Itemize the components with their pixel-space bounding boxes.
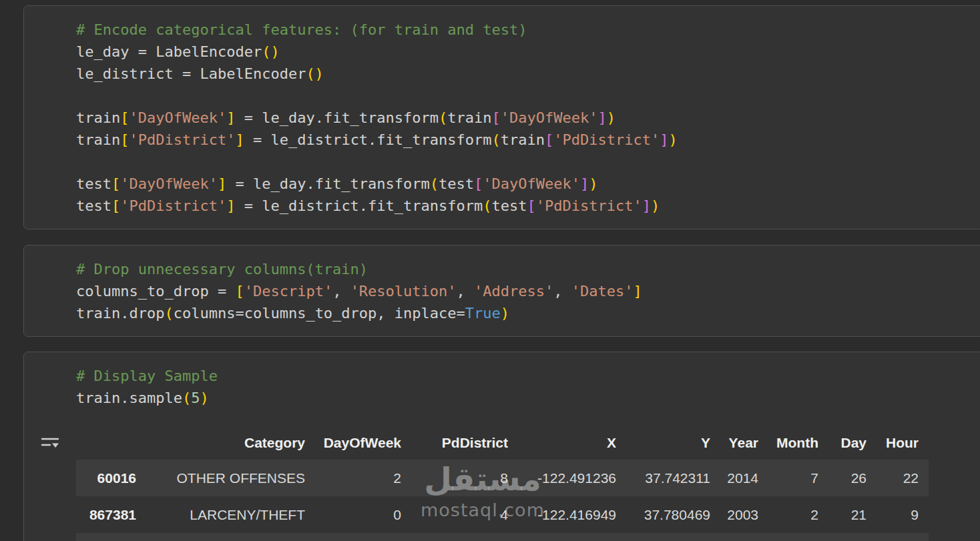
column-header: PdDistrict	[401, 426, 508, 460]
code-line	[76, 85, 980, 107]
code-line: le_day = LabelEncoder()	[76, 41, 980, 63]
table-row: 867381LARCENY/THEFT04-122.41694937.78046…	[76, 496, 929, 533]
output-expand-icon[interactable]	[39, 433, 61, 456]
table-row: 60016OTHER OFFENSES28-122.49123637.74231…	[76, 460, 929, 496]
code-cell-3: # Display Sampletrain.sample(5) Category…	[23, 352, 980, 541]
column-header: Hour	[867, 426, 929, 460]
table-cell: 2014	[710, 460, 758, 496]
table-cell: 21	[818, 496, 867, 533]
code-line: # Encode categorical features: (for trai…	[76, 19, 980, 41]
table-cell: 26	[818, 460, 867, 496]
row-index: 867381	[76, 496, 136, 533]
code-line	[76, 151, 980, 173]
code-editor-2[interactable]: # Drop unnecessary columns(train)columns…	[76, 258, 980, 324]
dataframe-table: CategoryDayOfWeekPdDistrictXYYearMonthDa…	[76, 426, 929, 541]
code-line: train.sample(5)	[76, 387, 980, 409]
code-cell-1: # Encode categorical features: (for trai…	[23, 5, 980, 229]
code-line: # Drop unnecessary columns(train)	[76, 258, 980, 280]
code-line: columns_to_drop = ['Descript', 'Resoluti…	[76, 280, 980, 302]
dataframe-output: CategoryDayOfWeekPdDistrictXYYearMonthDa…	[76, 426, 929, 541]
table-cell: 8	[401, 460, 508, 496]
code-line: train.drop(columns=columns_to_drop, inpl…	[76, 302, 980, 324]
table-cell: 37.742311	[616, 460, 710, 496]
table-cell: OTHER OFFENSES	[136, 460, 305, 496]
code-line: test['PdDistrict'] = le_district.fit_tra…	[76, 195, 980, 217]
column-header: Category	[136, 426, 305, 460]
table-cell: 2	[758, 496, 818, 533]
column-header: DayOfWeek	[305, 426, 401, 460]
table-cell: 7	[758, 460, 818, 496]
column-header: X	[508, 426, 616, 460]
table-row-partial	[76, 533, 929, 541]
code-editor-3[interactable]: # Display Sampletrain.sample(5)	[76, 365, 980, 409]
code-line: test['DayOfWeek'] = le_day.fit_transform…	[76, 173, 980, 195]
notebook-page: # Encode categorical features: (for trai…	[0, 5, 980, 541]
table-cell: 2	[305, 460, 401, 496]
table-cell: 0	[305, 496, 401, 533]
code-line: le_district = LabelEncoder()	[76, 63, 980, 85]
table-cell: -122.491236	[508, 460, 616, 496]
row-index: 60016	[76, 460, 136, 496]
code-editor-1[interactable]: # Encode categorical features: (for trai…	[76, 19, 980, 217]
column-header	[76, 426, 136, 460]
table-cell: 9	[867, 496, 929, 533]
column-header: Month	[758, 426, 818, 460]
column-header: Year	[710, 426, 758, 460]
code-cell-2: # Drop unnecessary columns(train)columns…	[23, 245, 980, 337]
output-area: CategoryDayOfWeekPdDistrictXYYearMonthDa…	[24, 426, 980, 541]
column-header: Day	[818, 426, 867, 460]
output-gutter	[24, 426, 76, 541]
table-cell: 4	[401, 496, 508, 533]
code-line: # Display Sample	[76, 365, 980, 387]
table-cell: 2003	[710, 496, 758, 533]
table-cell: 22	[867, 460, 929, 496]
table-cell: LARCENY/THEFT	[136, 496, 305, 533]
table-header-row: CategoryDayOfWeekPdDistrictXYYearMonthDa…	[76, 426, 929, 460]
table-cell: 37.780469	[616, 496, 710, 533]
code-line: train['PdDistrict'] = le_district.fit_tr…	[76, 129, 980, 151]
table-cell: -122.416949	[508, 496, 616, 533]
code-line: train['DayOfWeek'] = le_day.fit_transfor…	[76, 107, 980, 129]
column-header: Y	[616, 426, 710, 460]
